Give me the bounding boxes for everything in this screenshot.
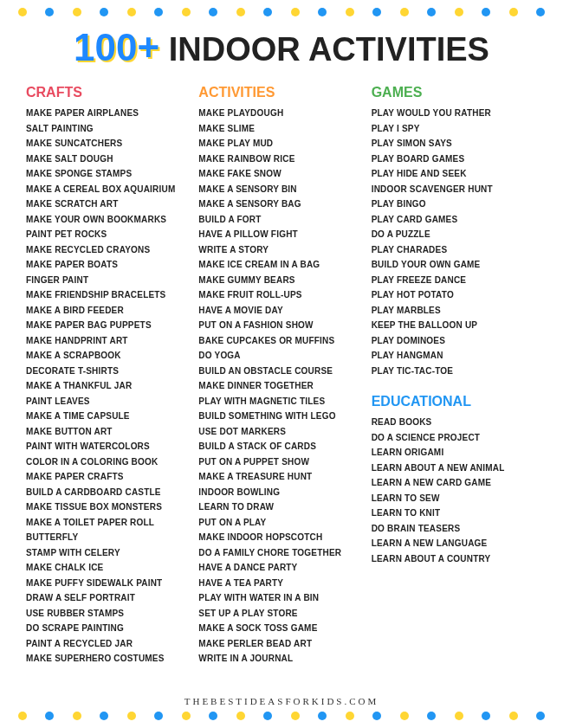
list-item: Build an Obstacle Course [198,364,364,379]
list-item: Make a Thankful Jar [26,378,191,394]
list-item: Make Button Art [26,424,191,440]
crafts-section: CRAFTS Make Paper AirplanesSalt Painting… [26,85,191,667]
list-item: Make a Treasure Hunt [198,469,364,485]
list-item: Make Suncatchers [26,136,191,151]
decorative-dot [209,8,217,16]
list-item: Make Gummy Bears [198,273,364,288]
list-item: Make Handprint Art [26,333,191,349]
decorative-dot [18,712,27,720]
list-item: Make Play Mud [198,136,364,151]
list-item: Learn Origami [372,445,537,461]
list-item: Play Card Games [372,212,537,228]
decorative-dot [291,8,300,16]
list-item: Learn a New Card Game [372,475,537,491]
list-item: Make Slime [198,121,364,137]
list-item: Decorate T-Shirts [26,364,191,379]
page-title: 100+ INDOOR ACTIVITIES [0,26,563,69]
list-item: Make Sponge Stamps [26,166,191,182]
decorative-dot [482,712,490,720]
list-item: Play I Spy [372,121,537,137]
list-item: Learn a New Language [372,536,537,551]
decorative-dot [236,712,245,720]
list-item: Play Would You Rather [372,106,537,121]
list-item: Put on a Fashion Show [198,318,364,333]
list-item: Do Yoga [198,348,364,364]
decorative-dot [154,8,163,16]
list-item: Play with Magnetic Tiles [198,394,364,409]
decorative-dot [455,712,463,720]
list-item: Paint a Recycled Jar [26,636,191,652]
list-item: Make Perler Bead Art [198,636,364,652]
column-right: GAMES Play Would You RatherPlay I SpyPla… [372,85,537,682]
list-item: Do Scrape Painting [26,621,191,636]
decorative-dot [263,8,272,16]
list-item: Make Paper Boats [26,257,191,273]
list-item: Make Superhero Costumes [26,651,191,667]
list-item: Make Recycled Crayons [26,242,191,258]
column-left: CRAFTS Make Paper AirplanesSalt Painting… [26,85,191,682]
list-item: Make Chalk Ice [26,560,191,576]
list-item: Stamp with Celery [26,545,191,561]
list-item: Have a Movie Day [198,303,364,319]
decorative-dot [346,712,354,720]
list-item: Put on a Puppet Show [198,454,364,470]
decorative-dot [427,8,436,16]
list-item: Play Board Games [372,151,537,167]
list-item: Indoor Scavenger Hunt [372,182,537,197]
list-item: Play Hide and Seek [372,166,537,182]
decorative-dot [263,712,272,720]
list-item: Do a Puzzle [372,227,537,242]
list-item: Have a Pillow Fight [198,227,364,242]
list-item: Keep the Balloon Up [372,318,537,333]
list-item: Make Fruit Roll-Ups [198,287,364,303]
decorative-dot [127,712,136,720]
title-text: INDOOR ACTIVITIES [159,31,489,68]
list-item: Learn to Draw [198,499,364,515]
list-item: Do Brain Teasers [372,521,537,537]
decorative-dot [509,712,518,720]
games-header: GAMES [372,85,537,100]
decorative-dot [73,8,81,16]
list-item: Make a Time Capsule [26,409,191,424]
educational-section: EDUCATIONAL Read BooksDo a Science Proje… [372,394,537,566]
decorative-dot [346,8,354,16]
list-item: Learn About a Country [372,551,537,567]
list-item: Learn About a New Animal [372,461,537,476]
list-item: Put on a Play [198,515,364,531]
list-item: Finger Paint [26,273,191,288]
list-item: Make Indoor Hopscotch [198,530,364,545]
list-item: Play Freeze Dance [372,273,537,288]
decorative-dot [182,8,191,16]
list-item: Make a Sensory Bin [198,182,364,197]
activities-items: Make PlaydoughMake SlimeMake Play MudMak… [198,106,364,667]
list-item: Make a Toilet Paper Roll Butterfly [26,515,191,545]
list-item: Bake Cupcakes or Muffins [198,333,364,349]
list-item: Make Paper Bag Puppets [26,318,191,333]
list-item: Play with Water in a Bin [198,590,364,606]
decorative-dot [482,8,490,16]
educational-header: EDUCATIONAL [372,394,537,409]
list-item: Make Salt Dough [26,151,191,167]
list-item: Play Hot Potato [372,287,537,303]
list-item: Paint with Watercolors [26,439,191,454]
list-item: Make Your Own Bookmarks [26,212,191,228]
decorative-dot [318,712,327,720]
decorative-dot [209,712,217,720]
list-item: Make Paper Airplanes [26,106,191,121]
list-item: Build Your Own Game [372,257,537,273]
list-item: Make Rainbow Rice [198,151,364,167]
decorative-dot [45,712,54,720]
list-item: Play Marbles [372,303,537,319]
list-item: Play Simon Says [372,136,537,151]
crafts-items: Make Paper AirplanesSalt PaintingMake Su… [26,106,191,667]
list-item: Learn to Knit [372,506,537,521]
decorative-dot [372,712,381,720]
list-item: Make Tissue Box Monsters [26,499,191,515]
list-item: Draw a Self Portrait [26,590,191,606]
columns-container: CRAFTS Make Paper AirplanesSalt Painting… [0,85,563,682]
decorative-dot [536,8,545,16]
list-item: Play Hangman [372,348,537,364]
decorative-dot [291,712,300,720]
list-item: Play Dominoes [372,333,537,349]
list-item: Make Friendship Bracelets [26,287,191,303]
